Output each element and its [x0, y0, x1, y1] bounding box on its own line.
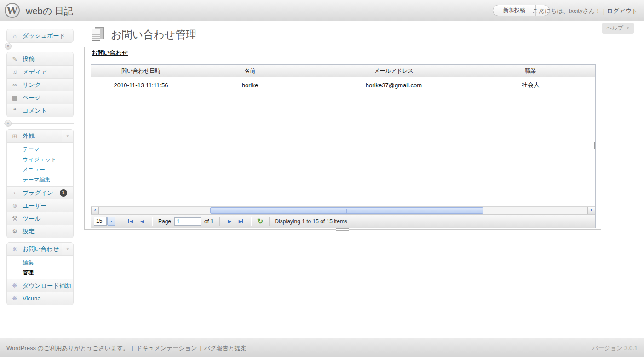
page-label: Page — [158, 218, 171, 225]
sidebar-item-contact[interactable]: ❋ お問い合わせ ▼ — [7, 243, 73, 255]
gear-icon: ❋ — [11, 282, 19, 289]
submenu-item-edit[interactable]: 編集 — [7, 257, 73, 267]
sidebar-item-label: お問い合わせ — [23, 245, 59, 253]
bug-report-link[interactable]: バグ報告と提案 — [204, 344, 247, 352]
version-text: バージョン 3.0.1 — [592, 344, 638, 352]
sidebar-item-label: ページ — [23, 94, 41, 102]
sidebar-item-links[interactable]: ∞ リンク — [7, 78, 73, 91]
sidebar-item-label: メディア — [23, 68, 47, 76]
sidebar-separator: « — [4, 46, 74, 46]
column-header-name[interactable]: 名前 — [178, 65, 322, 77]
sidebar-item-label: 外観 — [23, 132, 34, 140]
column-header-occupation[interactable]: 職業 — [466, 65, 595, 77]
submenu-item-themes[interactable]: テーマ — [7, 144, 73, 154]
page-number-input[interactable] — [174, 217, 201, 226]
update-count-badge: 1 — [60, 189, 67, 197]
cell-occupation: 社会人 — [466, 77, 595, 93]
chevron-left-icon: ‹ — [94, 207, 96, 213]
admin-footer: WordPress のご利用ありがとうございます。 | ドキュメンテーション |… — [0, 338, 644, 357]
sidebar-item-vicuna[interactable]: ❋ Vicuna — [7, 292, 73, 305]
submenu-item-manage-current[interactable]: 管理 — [7, 267, 73, 278]
sidebar-item-comments[interactable]: ❝ コメント — [7, 104, 73, 117]
column-header-row-number[interactable] — [91, 65, 104, 77]
previous-page-button[interactable]: ◀ — [138, 217, 147, 226]
pages-icon: ▤ — [11, 94, 19, 101]
menu-content-box: ✎ 投稿 ♫ メディア ∞ リンク ▤ ページ ❝ コメント — [6, 52, 74, 117]
sidebar-item-users[interactable]: ☺ ユーザー — [7, 199, 73, 212]
menu-settings-box: ⊞ 外観 ▼ テーマ ウィジェット メニュー テーマ編集 ⌁ プラグイン 1 ☺… — [6, 129, 74, 238]
submenu-item-theme-editor[interactable]: テーマ編集 — [7, 175, 73, 185]
tab-contact[interactable]: お問い合わせ — [84, 47, 135, 58]
sidebar-item-appearance[interactable]: ⊞ 外観 ▼ — [7, 130, 73, 142]
appearance-icon: ⊞ — [11, 133, 19, 140]
footer-separator: | — [132, 344, 133, 352]
site-title[interactable]: webの 日記 — [26, 5, 73, 17]
footer-separator: | — [200, 344, 201, 352]
sidebar-item-download-helper[interactable]: ❋ ダウンロード補助 — [7, 279, 73, 292]
table-row[interactable]: 2010-11-13 11:11:56 horike horike37@gmai… — [91, 77, 595, 93]
sidebar-item-label: ユーザー — [23, 202, 47, 210]
scroll-right-button[interactable]: › — [587, 207, 595, 214]
collapse-menu-icon[interactable]: « — [5, 43, 12, 50]
contact-panel: 問い合わせ日時 名前 メールアドレス 職業 2010-11-13 11:11:5… — [84, 58, 601, 230]
cell-row-number — [91, 77, 104, 93]
chevron-down-icon: ▾ — [110, 219, 112, 223]
collapse-menu-icon[interactable]: « — [5, 120, 12, 127]
chevron-left-icon: ◀ — [140, 219, 144, 224]
wordpress-logo-icon: W — [5, 3, 20, 18]
combo-dropdown-button[interactable]: ▾ — [107, 217, 115, 226]
submenu-item-widgets[interactable]: ウィジェット — [7, 154, 73, 164]
scrollbar-thumb[interactable] — [210, 207, 483, 214]
document-icon — [91, 27, 105, 42]
sidebar-item-settings[interactable]: ⚙ 設定 — [7, 225, 73, 238]
first-page-icon — [128, 219, 129, 223]
page-size-combo[interactable]: 15 ▾ — [94, 217, 115, 226]
next-page-button[interactable]: ▶ — [225, 217, 234, 226]
cell-name: horike — [178, 77, 322, 93]
greeting-separator: | — [603, 8, 604, 15]
new-post-label[interactable]: 新規投稿 — [493, 5, 535, 16]
grid-empty-body — [91, 93, 595, 206]
sidebar-item-label: ツール — [23, 215, 41, 223]
sidebar-item-label: リンク — [23, 81, 41, 89]
submenu-item-menus[interactable]: メニュー — [7, 164, 73, 175]
sidebar-item-plugins[interactable]: ⌁ プラグイン 1 — [7, 186, 73, 199]
chevron-left-icon: ◀ — [130, 219, 133, 224]
sidebar-item-pages[interactable]: ▤ ページ — [7, 91, 73, 104]
logout-link[interactable]: ログアウト — [607, 7, 638, 15]
sidebar-item-posts[interactable]: ✎ 投稿 — [7, 52, 73, 65]
media-icon: ♫ — [11, 68, 19, 75]
horizontal-scrollbar[interactable]: ‹ › — [91, 206, 595, 214]
submenu-toggle-button[interactable]: ▼ — [62, 130, 73, 142]
help-label: ヘルプ — [606, 24, 623, 32]
page-of-label: of 1 — [204, 218, 213, 225]
column-header-email[interactable]: メールアドレス — [322, 65, 466, 77]
menu-dashboard-box: ⌂ ダッシュボード — [6, 29, 74, 43]
tools-icon: ⚒ — [11, 215, 19, 222]
menu-plugins-box: ❋ お問い合わせ ▼ 編集 管理 ❋ ダウンロード補助 ❋ Vicuna — [6, 242, 74, 305]
column-header-datetime[interactable]: 問い合わせ日時 — [104, 65, 178, 77]
sidebar-item-media[interactable]: ♫ メディア — [7, 65, 73, 78]
page-size-value[interactable]: 15 — [94, 217, 107, 226]
last-page-button[interactable]: ▶ — [236, 217, 246, 226]
sidebar-item-label: プラグイン — [23, 189, 53, 197]
resize-grip-icon[interactable] — [592, 142, 595, 149]
sidebar-item-label: ダウンロード補助 — [23, 282, 71, 290]
sidebar-item-label: ダッシュボード — [23, 32, 65, 40]
gear-icon: ❋ — [11, 295, 19, 302]
toolbar-separator — [219, 217, 220, 226]
toolbar-separator — [251, 217, 251, 226]
scroll-left-button[interactable]: ‹ — [91, 207, 99, 214]
contact-submenu: 編集 管理 — [7, 255, 73, 279]
first-page-button[interactable]: ◀ — [126, 217, 135, 226]
sidebar-item-tools[interactable]: ⚒ ツール — [7, 212, 73, 225]
chevron-down-icon: ▼ — [66, 247, 69, 251]
documentation-link[interactable]: ドキュメンテーション — [136, 344, 197, 352]
submenu-toggle-button[interactable]: ▼ — [62, 243, 73, 255]
admin-topbar: W webの 日記 新規投稿 ▼ こんにちは、txcityさん！ | ログアウト — [0, 0, 644, 21]
panel-resize-grip[interactable] — [336, 228, 349, 231]
thumb-grip-icon — [345, 209, 349, 213]
sidebar-item-dashboard[interactable]: ⌂ ダッシュボード — [7, 29, 73, 42]
refresh-button[interactable]: ↻ — [257, 217, 263, 226]
help-button[interactable]: ヘルプ ▼ — [602, 23, 634, 34]
